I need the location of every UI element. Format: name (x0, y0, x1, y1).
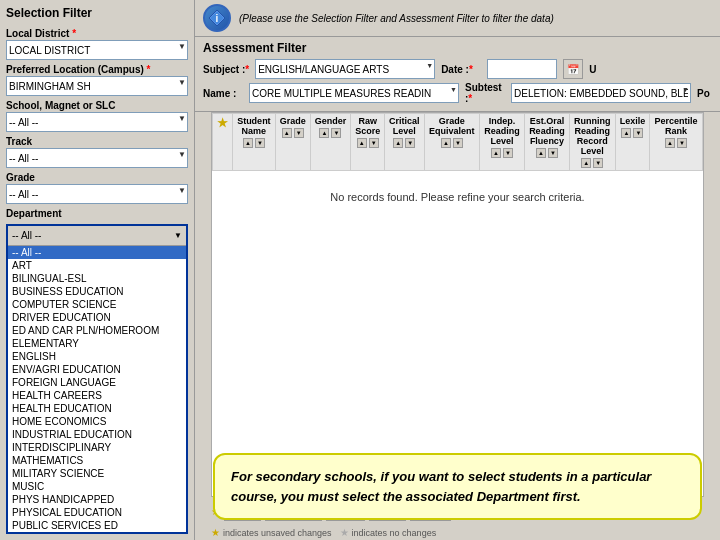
sort-percentile-rank-down[interactable]: ▼ (677, 138, 687, 148)
date-input[interactable] (487, 59, 557, 79)
department-item[interactable]: BILINGUAL-ESL (8, 272, 186, 285)
department-item[interactable]: MUSIC (8, 480, 186, 493)
th-raw-score: RawScore ▲ ▼ (351, 114, 385, 171)
info-icon: i (203, 4, 231, 32)
department-item[interactable]: ENV/AGRI EDUCATION (8, 363, 186, 376)
sort-lexile-down[interactable]: ▼ (633, 128, 643, 138)
sort-raw-score-down[interactable]: ▼ (369, 138, 379, 148)
preferred-location-select[interactable]: BIRMINGHAM SH (6, 76, 188, 96)
department-item[interactable]: PHYSICAL EDUCATION (8, 506, 186, 519)
th-gender: Gender ▲ ▼ (310, 114, 351, 171)
department-item[interactable]: HOME ECONOMICS (8, 415, 186, 428)
table-header-row: ★ StudentName ▲ ▼ Grade ▲ (213, 114, 703, 171)
sort-indep-reading-up[interactable]: ▲ (491, 148, 501, 158)
assessment-filter-section: Assessment Filter Subject :* ENGLISH/LAN… (195, 37, 720, 112)
info-bar: i (Please use the Selection Filter and A… (195, 0, 720, 37)
school-magnet-slc-select[interactable]: -- All -- (6, 112, 188, 132)
local-district-wrapper: LOCAL DISTRICT (6, 40, 188, 60)
department-item[interactable]: BUSINESS EDUCATION (8, 285, 186, 298)
sort-grade-equiv-down[interactable]: ▼ (453, 138, 463, 148)
name-label: Name : (203, 88, 243, 99)
calendar-button[interactable]: 📅 (563, 59, 583, 79)
th-indep-reading: Indep.ReadingLevel ▲ ▼ (480, 114, 525, 171)
department-item[interactable]: ED AND CAR PLN/HOMEROOM (8, 324, 186, 337)
department-item[interactable]: ENGLISH (8, 350, 186, 363)
th-grade-equiv: GradeEquivalent ▲ ▼ (424, 114, 479, 171)
selection-filter-title: Selection Filter (6, 6, 188, 20)
sort-running-record-up[interactable]: ▲ (581, 158, 591, 168)
sort-student-name-down[interactable]: ▼ (255, 138, 265, 148)
sort-est-oral-up[interactable]: ▲ (536, 148, 546, 158)
right-panel: i (Please use the Selection Filter and A… (195, 0, 720, 540)
sort-lexile-up[interactable]: ▲ (621, 128, 631, 138)
subtest-select-wrapper: DELETION: EMBEDDED SOUND, BLER (511, 83, 691, 103)
department-list: -- All --ARTBILINGUAL-ESLBUSINESS EDUCAT… (8, 246, 186, 532)
department-item[interactable]: DRIVER EDUCATION (8, 311, 186, 324)
date-label: Date :* (441, 64, 481, 75)
department-item[interactable]: FOREIGN LANGUAGE (8, 376, 186, 389)
track-select[interactable]: -- All -- (6, 148, 188, 168)
th-critical-level: CriticalLevel ▲ ▼ (385, 114, 425, 171)
subtest-select[interactable]: DELETION: EMBEDDED SOUND, BLER (511, 83, 691, 103)
local-district-select[interactable]: LOCAL DISTRICT (6, 40, 188, 60)
department-item[interactable]: PHYS HANDICAPPED (8, 493, 186, 506)
u-label: U (589, 64, 629, 75)
department-item[interactable]: HEALTH EDUCATION (8, 402, 186, 415)
grade-label: Grade (6, 172, 188, 183)
sort-raw-score-up[interactable]: ▲ (357, 138, 367, 148)
department-item[interactable]: HEALTH CAREERS (8, 389, 186, 402)
sort-gender-up[interactable]: ▲ (319, 128, 329, 138)
department-item[interactable]: MILITARY SCIENCE (8, 467, 186, 480)
info-text: (Please use the Selection Filter and Ass… (239, 13, 554, 24)
preferred-location-label: Preferred Location (Campus) * (6, 64, 188, 75)
grade-select[interactable]: -- All -- (6, 184, 188, 204)
legend-no-changes-text: indicates no changes (352, 528, 437, 538)
local-district-field: Local District * LOCAL DISTRICT (6, 28, 188, 60)
th-grade: Grade ▲ ▼ (275, 114, 310, 171)
department-item[interactable]: -- All -- (8, 246, 186, 259)
department-item[interactable]: MATHEMATICS (8, 454, 186, 467)
sort-running-record-down[interactable]: ▼ (593, 158, 603, 168)
department-dropdown-arrow: ▼ (174, 231, 182, 240)
sort-gender-down[interactable]: ▼ (331, 128, 341, 138)
name-row: Name : CORE MULTIPLE MEASURES READIN Sub… (203, 82, 712, 104)
th-percentile-rank: PercentileRank ▲ ▼ (650, 114, 703, 171)
tooltip-text: For secondary schools, if you want to se… (231, 469, 651, 504)
po-label: Po (697, 88, 720, 99)
sort-grade-equiv-up[interactable]: ▲ (441, 138, 451, 148)
department-item[interactable]: PUBLIC SERVICES ED (8, 519, 186, 532)
department-item[interactable]: INTERDISCIPLINARY (8, 441, 186, 454)
department-item[interactable]: ART (8, 259, 186, 272)
svg-text:i: i (216, 13, 219, 24)
department-list-container: -- All -- ▼ -- All --ARTBILINGUAL-ESLBUS… (6, 224, 188, 534)
department-list-header: -- All -- ▼ (8, 226, 186, 246)
star-header-icon: ★ (217, 116, 228, 130)
sort-student-name-up[interactable]: ▲ (243, 138, 253, 148)
sort-grade-down[interactable]: ▼ (294, 128, 304, 138)
legend-no-changes-star-icon: ★ (340, 527, 349, 538)
local-district-label: Local District * (6, 28, 188, 39)
legend-no-changes: ★ indicates no changes (340, 527, 437, 538)
sort-est-oral-down[interactable]: ▼ (548, 148, 558, 158)
legend-unsaved-text: indicates unsaved changes (223, 528, 332, 538)
department-item[interactable]: ELEMENTARY (8, 337, 186, 350)
assessment-filter-title: Assessment Filter (203, 41, 712, 55)
sort-critical-level-down[interactable]: ▼ (405, 138, 415, 148)
name-select[interactable]: CORE MULTIPLE MEASURES READIN (249, 83, 459, 103)
sort-critical-level-up[interactable]: ▲ (393, 138, 403, 148)
sort-grade-up[interactable]: ▲ (282, 128, 292, 138)
grade-field: Grade -- All -- (6, 172, 188, 204)
subject-select[interactable]: ENGLISH/LANGUAGE ARTS (255, 59, 435, 79)
th-est-oral: Est.OralReadingFluency ▲ ▼ (524, 114, 569, 171)
th-student-name: StudentName ▲ ▼ (233, 114, 276, 171)
department-item[interactable]: INDUSTRIAL EDUCATION (8, 428, 186, 441)
sort-percentile-rank-up[interactable]: ▲ (665, 138, 675, 148)
legend-row: ★ indicates unsaved changes ★ indicates … (203, 525, 712, 540)
department-header-value: -- All -- (12, 230, 41, 241)
preferred-location-wrapper: BIRMINGHAM SH (6, 76, 188, 96)
department-item[interactable]: COMPUTER SCIENCE (8, 298, 186, 311)
school-magnet-slc-wrapper: -- All -- (6, 112, 188, 132)
table-row-no-records: No records found. Please refine your sea… (213, 171, 703, 224)
track-field: Track -- All -- (6, 136, 188, 168)
sort-indep-reading-down[interactable]: ▼ (503, 148, 513, 158)
